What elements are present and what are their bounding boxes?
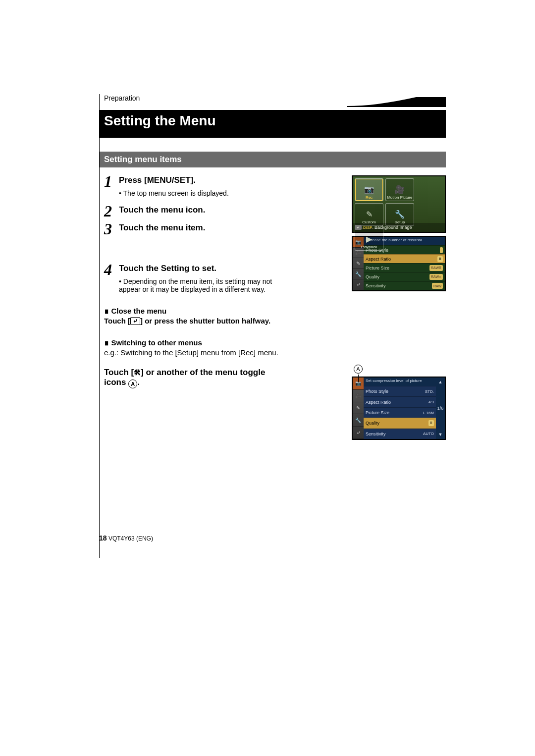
- step-heading: Touch the Setting to set.: [119, 264, 282, 273]
- circle-a-marker: A: [128, 379, 137, 388]
- side-tabs: 📷 🎥 ✎ 🔧 ⤶: [353, 378, 364, 439]
- menu-tile-rec[interactable]: 📷Rec: [355, 178, 383, 201]
- step-1: 1 Press [MENU/SET]. The top menu screen …: [104, 173, 282, 197]
- step-heading: Press [MENU/SET].: [119, 175, 282, 185]
- switching-heading: Switching to other menus: [104, 338, 282, 347]
- step-number: 3: [104, 221, 119, 237]
- wrench-icon: 🛠: [134, 369, 141, 377]
- step-2: 2 Touch the menu icon.: [104, 203, 282, 219]
- scroll-up-icon[interactable]: ▲: [438, 379, 443, 384]
- page-number: 18: [99, 534, 107, 542]
- side-tab-back[interactable]: ⤶: [353, 427, 364, 439]
- step-4: 4 Touch the Setting to set. Depending on…: [104, 262, 282, 293]
- page-scroller[interactable]: ▲ 1/6 ▼: [436, 378, 445, 439]
- list-row[interactable]: Aspect Ratio4:3: [364, 396, 436, 407]
- step-bullet: The top menu screen is displayed.: [119, 189, 282, 197]
- list-row[interactable]: Aspect Ratio⠿: [364, 254, 445, 263]
- page-indicator: 1/6: [437, 406, 444, 411]
- step-number: 1: [104, 173, 119, 189]
- back-icon: ⤶: [130, 317, 140, 325]
- step-number: 2: [104, 203, 119, 219]
- step-3: 3 Touch the menu item.: [104, 221, 282, 237]
- screenshots-column: 📷Rec 🎥Motion Picture ✎Custom 🔧Setup ▶Pla…: [352, 175, 446, 440]
- list-row[interactable]: Quality⠿: [364, 418, 436, 428]
- list-row[interactable]: QualityRAW⠶: [364, 272, 445, 281]
- scroll-down-icon[interactable]: ▼: [438, 432, 443, 437]
- close-menu-heading: Close the menu: [104, 306, 282, 316]
- side-tab-custom[interactable]: ✎: [353, 402, 364, 415]
- list-row[interactable]: SensitivityRAW: [364, 281, 445, 290]
- side-tab-setup[interactable]: 🔧: [353, 414, 364, 427]
- screenshot-rec-menu: 📷 🎥 ✎ 🔧 ⤶ Set compression level of pictu…: [352, 377, 446, 440]
- section-title: Setting menu items: [99, 152, 446, 167]
- doc-code: VQT4Y63 (ENG): [108, 535, 153, 542]
- page-footer: 18 VQT4Y63 (ENG): [99, 534, 153, 542]
- step-heading: Touch the menu item.: [119, 223, 282, 233]
- screenshot-top-menu: 📷Rec 🎥Motion Picture ✎Custom 🔧Setup ▶Pla…: [352, 175, 446, 233]
- step-bullet: Depending on the menu item, its setting …: [119, 277, 282, 293]
- close-menu-line: Touch [⤶] or press the shutter button ha…: [104, 317, 282, 325]
- step-number: 4: [104, 262, 119, 277]
- page-title: Setting the Menu: [104, 114, 216, 128]
- switching-example: e.g.: Switching to the [Setup] menu from…: [104, 348, 282, 357]
- background-image-label: Background Image: [374, 225, 412, 230]
- list-row[interactable]: Picture SizeL 16M: [364, 407, 436, 418]
- list-row[interactable]: SensitivityAUTO: [364, 429, 436, 439]
- menu-tile-motion[interactable]: 🎥Motion Picture: [385, 178, 414, 201]
- list-row[interactable]: Picture SizeRAW⠿: [364, 263, 445, 272]
- disp-label: DISP.: [363, 225, 373, 230]
- back-icon[interactable]: ⤶: [355, 225, 362, 230]
- list-header: Set compression level of picture: [364, 378, 436, 386]
- left-margin-rule: [99, 94, 100, 558]
- callout-a: A: [354, 365, 363, 382]
- title-bar: Setting the Menu: [99, 110, 446, 138]
- list-row[interactable]: Photo StyleSTD.: [364, 386, 436, 396]
- side-tab-back[interactable]: ⤶: [353, 279, 364, 290]
- content: 1 Press [MENU/SET]. The top menu screen …: [104, 173, 446, 388]
- touch-toggle-line: Touch [🛠] or another of the menu toggle …: [104, 368, 282, 388]
- side-tab-motion[interactable]: 🎥: [353, 390, 364, 402]
- step-heading: Touch the menu icon.: [119, 205, 282, 215]
- side-tab-custom[interactable]: ✎: [353, 258, 364, 269]
- header-swoosh: [347, 96, 446, 107]
- side-tab-setup[interactable]: 🔧: [353, 269, 364, 280]
